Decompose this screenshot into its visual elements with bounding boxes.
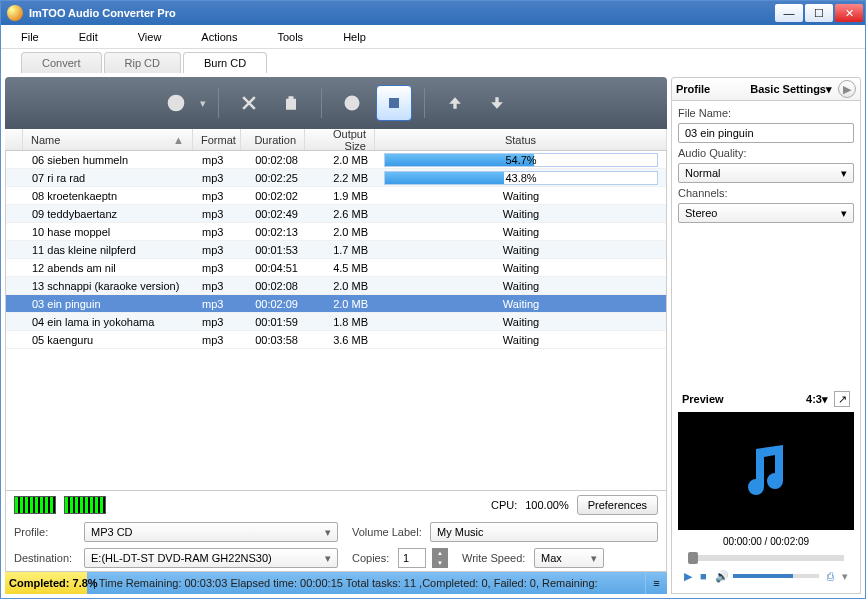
chevron-down-icon: ▾ [841, 167, 847, 180]
col-output-size[interactable]: Output Size [305, 129, 375, 150]
table-row[interactable]: 09 teddybaertanzmp300:02:492.6 MBWaiting [6, 205, 666, 223]
svg-rect-2 [389, 98, 399, 108]
profile-select[interactable]: MP3 CD▾ [84, 522, 338, 542]
channels-label: Channels: [678, 187, 854, 199]
table-row[interactable]: 07 ri ra radmp300:02:252.2 MB43.8% [6, 169, 666, 187]
preferences-button[interactable]: Preferences [577, 495, 658, 515]
window-title: ImTOO Audio Converter Pro [29, 7, 773, 19]
tab-burn-cd[interactable]: Burn CD [183, 52, 267, 73]
expand-button[interactable]: ▶ [838, 80, 856, 98]
separator [424, 88, 425, 118]
write-speed-select[interactable]: Max▾ [534, 548, 604, 568]
table-row[interactable]: 10 hase moppelmp300:02:132.0 MBWaiting [6, 223, 666, 241]
snapshot-dropdown[interactable]: ▾ [842, 570, 848, 583]
table-row[interactable]: 11 das kleine nilpferdmp300:01:531.7 MBW… [6, 241, 666, 259]
app-icon [7, 5, 23, 21]
chevron-down-icon: ▾ [325, 552, 331, 565]
col-status[interactable]: Status [375, 129, 667, 150]
table-row[interactable]: 05 kaengurump300:03:583.6 MBWaiting [6, 331, 666, 349]
menu-file[interactable]: File [21, 31, 39, 43]
stop-button[interactable] [376, 85, 412, 121]
minimize-button[interactable]: — [775, 4, 803, 22]
close-button[interactable]: ✕ [835, 4, 863, 22]
table-row[interactable]: 03 ein pinguinmp300:02:092.0 MBWaiting [6, 295, 666, 313]
copies-input[interactable] [398, 548, 426, 568]
menu-view[interactable]: View [138, 31, 162, 43]
profile-label: Profile: [14, 526, 78, 538]
table-row[interactable]: 12 abends am nilmp300:04:514.5 MBWaiting [6, 259, 666, 277]
statusbar: Completed: 7.8% | Time Remaining: 00:03:… [5, 572, 667, 594]
move-up-button[interactable] [437, 85, 473, 121]
maximize-button[interactable]: ☐ [805, 4, 833, 22]
cpu-value: 100.00% [525, 499, 568, 511]
chevron-down-icon: ▾ [325, 526, 331, 539]
stop-preview-button[interactable]: ■ [700, 570, 707, 582]
chevron-down-icon: ▾ [841, 207, 847, 220]
menubar: File Edit View Actions Tools Help [1, 25, 865, 49]
filename-label: File Name: [678, 107, 854, 119]
move-down-button[interactable] [479, 85, 515, 121]
copies-label: Copies: [352, 552, 392, 564]
seek-bar[interactable] [688, 555, 844, 561]
svg-point-1 [344, 96, 359, 111]
volume-icon[interactable]: 🔊 [715, 570, 729, 583]
col-check[interactable] [5, 129, 23, 150]
channels-select[interactable]: Stereo▾ [678, 203, 854, 223]
col-duration[interactable]: Duration [241, 129, 305, 150]
menu-edit[interactable]: Edit [79, 31, 98, 43]
snapshot-button[interactable]: ⎙ [827, 570, 834, 582]
col-format[interactable]: Format [193, 129, 241, 150]
table-row[interactable]: 08 kroetenkaeptnmp300:02:021.9 MBWaiting [6, 187, 666, 205]
menu-actions[interactable]: Actions [201, 31, 237, 43]
tab-rip-cd[interactable]: Rip CD [104, 52, 181, 73]
status-completed: Completed: 7.8% [5, 572, 87, 594]
destination-label: Destination: [14, 552, 78, 564]
grid-header: Name▲ Format Duration Output Size Status [5, 129, 667, 151]
menu-help[interactable]: Help [343, 31, 366, 43]
cpu-label: CPU: [491, 499, 517, 511]
table-row[interactable]: 04 ein lama in yokohamamp300:01:591.8 MB… [6, 313, 666, 331]
music-note-icon [741, 441, 791, 501]
volume-slider[interactable] [733, 574, 819, 578]
preview-label: Preview [682, 393, 806, 405]
tab-convert[interactable]: Convert [21, 52, 102, 73]
tabbar: Convert Rip CD Burn CD [1, 49, 865, 73]
table-row[interactable]: 13 schnappi (karaoke version)mp300:02:08… [6, 277, 666, 295]
grid-body[interactable]: 06 sieben hummelnmp300:02:082.0 MB54.7%0… [5, 151, 667, 491]
dropdown-arrow-icon[interactable]: ▾ [200, 97, 206, 110]
separator [218, 88, 219, 118]
status-detail-button[interactable]: ≡ [645, 572, 667, 594]
aspect-ratio-toggle[interactable]: 4:3▾ [806, 393, 828, 406]
destination-select[interactable]: E:(HL-DT-ST DVD-RAM GH22NS30)▾ [84, 548, 338, 568]
table-row[interactable]: 06 sieben hummelnmp300:02:082.0 MB54.7% [6, 151, 666, 169]
preview-screen [678, 412, 854, 530]
separator [321, 88, 322, 118]
chevron-down-icon: ▾ [591, 552, 597, 565]
clear-button[interactable] [273, 85, 309, 121]
volume-input[interactable]: My Music [430, 522, 658, 542]
audio-quality-label: Audio Quality: [678, 147, 854, 159]
play-button[interactable]: ▶ [684, 570, 692, 583]
audio-quality-select[interactable]: Normal▾ [678, 163, 854, 183]
svg-point-0 [167, 95, 184, 112]
volume-label: Volume Label: [352, 526, 424, 538]
titlebar: ImTOO Audio Converter Pro — ☐ ✕ [1, 1, 865, 25]
menu-tools[interactable]: Tools [277, 31, 303, 43]
col-name[interactable]: Name▲ [23, 129, 193, 150]
write-speed-label: Write Speed: [462, 552, 528, 564]
delete-button[interactable] [231, 85, 267, 121]
popout-button[interactable]: ↗ [834, 391, 850, 407]
copies-spinner[interactable]: ▲▼ [432, 548, 448, 568]
preview-time: 00:00:00 / 00:02:09 [678, 532, 854, 551]
filename-input[interactable]: 03 ein pinguin [678, 123, 854, 143]
burn-button[interactable] [334, 85, 370, 121]
cpu-meter-1 [14, 496, 56, 514]
cpu-meter-2 [64, 496, 106, 514]
basic-settings-toggle[interactable]: Basic Settings▾ [750, 83, 832, 96]
status-text: | Time Remaining: 00:03:03 Elapsed time:… [87, 577, 645, 589]
add-music-button[interactable] [158, 85, 194, 121]
toolbar: ▾ [5, 77, 667, 129]
profile-panel-title: Profile [676, 83, 710, 95]
